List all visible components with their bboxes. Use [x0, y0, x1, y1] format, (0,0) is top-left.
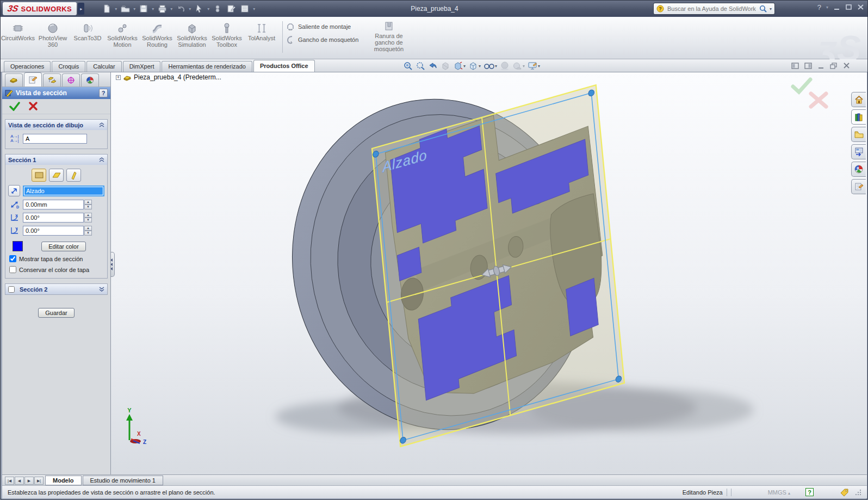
simulation-button[interactable]: SolidWorks Simulation [175, 21, 209, 48]
graphics-area[interactable]: Alzado Y X Z [111, 72, 867, 474]
resources-tab[interactable] [851, 92, 866, 107]
edit-color-button[interactable]: Editar color [41, 242, 86, 251]
tab-dimxpert[interactable]: DimXpert [123, 61, 161, 72]
zoom-fit-icon[interactable] [403, 61, 413, 71]
status-help-icon[interactable]: ? [805, 488, 814, 496]
keep-cap-color-checkbox[interactable] [9, 266, 16, 273]
scene-settings-icon[interactable]: ▾ [528, 61, 540, 71]
feature-tree-root[interactable]: + Pieza_prueba_4 (Predeterm... [116, 73, 221, 81]
first-tab-button[interactable]: |◀ [5, 477, 14, 485]
routing-button[interactable]: SolidWorks Routing [140, 21, 175, 48]
section1-header[interactable]: Sección 1 [5, 155, 107, 165]
section-plane[interactable] [372, 85, 624, 447]
new-document-icon[interactable] [101, 3, 113, 15]
menu-expand-button[interactable]: ▸ [78, 3, 84, 15]
open-icon[interactable] [119, 3, 131, 15]
select-icon[interactable] [193, 3, 205, 15]
view-orientation-icon[interactable]: ▾ [468, 61, 481, 71]
resize-grip[interactable] [855, 489, 861, 496]
appearances-icon[interactable]: ▾ [512, 61, 525, 71]
snap-hook-groove-button[interactable]: Ranura de gancho de mosquetón [368, 21, 410, 52]
offset-distance-spinner[interactable]: ▲▼ [84, 200, 92, 209]
circuitworks-button[interactable]: CircuitWorks [1, 21, 35, 41]
file-properties-icon[interactable] [239, 3, 251, 15]
appearances-scenes-tab[interactable] [851, 162, 866, 177]
dimxpertmanager-tab[interactable] [62, 73, 80, 87]
pane-left-icon[interactable] [791, 61, 799, 71]
previous-view-icon[interactable] [428, 61, 438, 71]
help-button[interactable]: ? [99, 89, 108, 97]
section-view-icon[interactable] [441, 61, 450, 71]
undo-icon[interactable] [175, 3, 187, 15]
tolanalyst-button[interactable]: TolAnalyst [244, 21, 279, 41]
save-icon[interactable] [138, 3, 150, 15]
zoom-area-icon[interactable] [416, 61, 425, 71]
custom-properties-tab[interactable] [851, 179, 866, 194]
x-rotation-spinner[interactable]: ▲▼ [84, 213, 92, 223]
section-label-input[interactable] [23, 134, 87, 144]
toolbox-button[interactable]: SolidWorks Toolbox [209, 21, 244, 48]
displaymanager-tab[interactable] [81, 73, 99, 87]
doc-minimize-icon[interactable] [817, 61, 824, 71]
offset-distance-field[interactable]: 0.00mm [23, 200, 84, 209]
tab-productos-office[interactable]: Productos Office [253, 60, 315, 72]
aligned-section-button[interactable] [66, 169, 81, 182]
help-icon[interactable]: ? [817, 3, 821, 11]
ok-button[interactable] [9, 101, 21, 112]
section2-enable-checkbox[interactable] [8, 286, 15, 293]
propertymanager-tab[interactable] [24, 72, 42, 87]
doc-close-icon[interactable] [843, 61, 850, 71]
configurationmanager-tab[interactable] [43, 73, 61, 87]
search-input[interactable] [666, 5, 757, 13]
cancel-button[interactable] [28, 101, 38, 112]
shadow-toggle-icon[interactable] [500, 61, 510, 71]
last-tab-button[interactable]: ▶| [34, 477, 44, 485]
help-search-box[interactable]: ? ▾ [653, 3, 775, 15]
cap-color-swatch[interactable] [13, 241, 23, 251]
section-cut-geometry[interactable]: Alzado [372, 85, 624, 447]
tag-icon[interactable] [840, 488, 850, 497]
display-style-icon[interactable]: ▾ [483, 61, 497, 71]
prev-tab-button[interactable]: ◀ [15, 477, 24, 485]
show-section-cap-checkbox[interactable] [9, 255, 16, 262]
zonal-section-button[interactable] [49, 169, 64, 182]
x-rotation-field[interactable]: 0.00° [23, 213, 84, 223]
featuremanager-tab[interactable] [5, 73, 23, 87]
close-button[interactable] [857, 4, 864, 10]
drawing-section-view-header[interactable]: Vista de sección de dibujo [5, 120, 107, 130]
reference-plane-field[interactable]: Alzado [23, 186, 104, 196]
file-explorer-tab[interactable] [851, 127, 866, 142]
doc-restore-icon[interactable] [830, 61, 838, 71]
save-button[interactable]: Guardar [38, 308, 74, 318]
view-palette-tab[interactable] [851, 144, 866, 159]
reverse-direction-button[interactable] [8, 185, 20, 196]
snap-hook-button[interactable]: Gancho de mosquetón [286, 35, 368, 44]
search-options-caret[interactable]: ▾ [770, 7, 772, 11]
motion-study-tab[interactable]: Estudio de movimiento 1 [83, 476, 163, 485]
tree-expand-icon[interactable]: + [116, 75, 121, 80]
tab-croquis[interactable]: Croquis [52, 61, 85, 72]
photoview-button[interactable]: PhotoView 360 [35, 21, 70, 48]
next-tab-button[interactable]: ▶ [24, 477, 34, 485]
options-icon[interactable] [225, 3, 237, 15]
mounting-boss-button[interactable]: Saliente de montaje [286, 22, 368, 31]
minimize-button[interactable] [833, 4, 840, 10]
y-rotation-field[interactable]: 0.00° [23, 226, 84, 236]
planar-section-button[interactable] [32, 169, 46, 182]
model-tab[interactable]: Modelo [45, 476, 82, 485]
tab-operaciones[interactable]: Operaciones [4, 61, 51, 72]
design-library-tab[interactable] [851, 109, 866, 125]
pane-right-icon[interactable] [804, 61, 812, 71]
search-icon[interactable] [759, 5, 767, 13]
y-rotation-spinner[interactable]: ▲▼ [84, 226, 92, 236]
units-selector[interactable]: MMGS ▴ [768, 489, 790, 496]
scanto3d-button[interactable]: ScanTo3D [70, 21, 105, 41]
motion-button[interactable]: SolidWorks Motion [105, 21, 140, 48]
view-settings-icon[interactable]: ▾ [453, 61, 466, 71]
maximize-button[interactable] [845, 4, 852, 10]
section2-header[interactable]: Sección 2 [5, 284, 107, 294]
tab-herramientas-renderizado[interactable]: Herramientas de renderizado [162, 61, 252, 72]
tab-calcular[interactable]: Calcular [86, 61, 121, 72]
rebuild-icon[interactable] [212, 3, 224, 15]
print-icon[interactable] [156, 3, 168, 15]
